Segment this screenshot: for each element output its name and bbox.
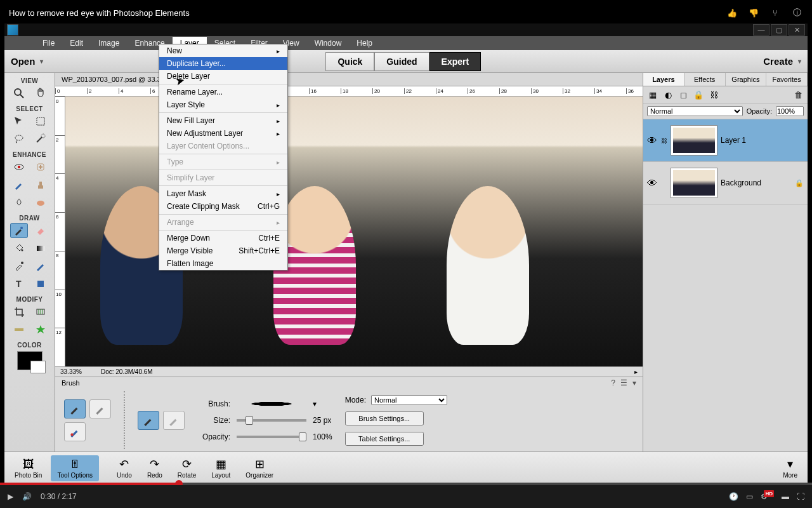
zoom-tool[interactable] (10, 86, 28, 101)
menu-new-fill-layer[interactable]: New Fill Layer (159, 114, 287, 127)
rotate-button[interactable]: ⟳Rotate (171, 455, 202, 481)
more-button[interactable]: ▾More (776, 455, 804, 481)
sponge-tool[interactable] (32, 195, 49, 210)
photo-bin-button[interactable]: 🖼Photo Bin (8, 455, 48, 481)
layer-opacity-input[interactable] (776, 106, 804, 116)
shape-tool[interactable] (32, 276, 49, 291)
play-button[interactable]: ▶ (8, 492, 13, 501)
menu-file[interactable]: File (35, 37, 62, 50)
collapse-icon[interactable]: ▾ (632, 378, 636, 387)
thumbs-down-icon[interactable]: 👎 (747, 6, 760, 19)
visibility-icon[interactable]: 👁 (647, 178, 657, 188)
help-icon[interactable]: ? (611, 378, 615, 387)
eraser-tool[interactable] (32, 223, 49, 238)
adjustment-layer-icon[interactable]: ◐ (662, 89, 674, 100)
smart-brush-tool[interactable] (10, 177, 28, 192)
menu-help[interactable]: Help (349, 37, 380, 50)
gradient-tool[interactable] (32, 241, 49, 256)
color-swatches[interactable] (17, 351, 43, 370)
document-tab[interactable]: WP_20130703_007.psd @ 33.3% (Layer 1, RG… (55, 73, 643, 86)
brush-mode-airbrush[interactable] (163, 411, 185, 430)
create-button[interactable]: Create (763, 56, 801, 67)
cookie-cutter-tool[interactable] (32, 322, 49, 337)
brush-mode-paint[interactable] (138, 411, 159, 430)
tool-options-button[interactable]: 🎚Tool Options (51, 455, 99, 481)
panel-tab-effects[interactable]: Effects (684, 73, 726, 86)
mode-select[interactable]: Normal (371, 395, 447, 405)
brush-dropdown-icon[interactable]: ▾ (313, 399, 317, 408)
visibility-icon[interactable]: 👁 (647, 135, 657, 145)
panel-tab-layers[interactable]: Layers (643, 73, 684, 86)
menu-merge-down[interactable]: Merge DownCtrl+E (159, 232, 287, 244)
fullscreen-icon[interactable]: ⛶ (797, 492, 804, 501)
crop-tool[interactable] (10, 304, 28, 319)
layer-thumbnail[interactable] (671, 168, 717, 197)
link-icon[interactable]: ⛓ (661, 137, 667, 144)
lock-layer-icon[interactable]: 🔒 (693, 89, 704, 100)
brush-settings-button[interactable]: Brush Settings... (345, 411, 424, 425)
new-layer-icon[interactable]: ▦ (647, 89, 658, 100)
menu-layer-style[interactable]: Layer Style (159, 98, 287, 111)
menu-flatten-image[interactable]: Flatten Image (159, 257, 287, 270)
layer-name[interactable]: Background (721, 178, 761, 187)
panel-tab-graphics[interactable]: Graphics (726, 73, 767, 86)
share-icon[interactable]: ⑂ (769, 6, 782, 19)
menu-new[interactable]: New (159, 44, 287, 57)
layer-thumbnail[interactable] (671, 126, 717, 155)
layer-row[interactable]: 👁 Background 🔒 (643, 162, 808, 204)
paint-bucket-tool[interactable] (10, 241, 28, 256)
mode-quick[interactable]: Quick (325, 52, 374, 71)
layer-row[interactable]: 👁 ⛓ Layer 1 (643, 119, 808, 162)
spot-heal-tool[interactable] (32, 159, 49, 175)
maximize-button[interactable]: ▢ (771, 24, 787, 36)
menu-window[interactable]: Window (307, 37, 350, 50)
volume-icon[interactable]: 🔊 (22, 492, 32, 501)
blur-tool[interactable] (10, 195, 28, 210)
panel-tab-favorites[interactable]: Favorites (766, 73, 808, 86)
organizer-button[interactable]: ⊞Organizer (239, 455, 280, 481)
menu-new-adjustment-layer[interactable]: New Adjustment Layer (159, 127, 287, 140)
menu-image[interactable]: Image (91, 37, 127, 50)
eyedropper-tool[interactable] (10, 258, 28, 274)
brush-tool[interactable] (10, 223, 28, 238)
menu-layer-mask[interactable]: Layer Mask (159, 187, 287, 200)
opacity-slider[interactable] (237, 436, 306, 438)
thumbs-up-icon[interactable]: 👍 (726, 6, 738, 19)
recompose-tool[interactable] (32, 304, 49, 319)
layout-button[interactable]: ▦Layout (205, 455, 237, 481)
menu-edit[interactable]: Edit (62, 37, 91, 50)
theater-icon[interactable]: ▬ (782, 492, 789, 501)
menu-duplicate-layer[interactable]: Duplicate Layer... (159, 57, 287, 70)
undo-button[interactable]: ↶Undo (110, 455, 138, 481)
straighten-tool[interactable] (10, 322, 28, 337)
quick-select-tool[interactable] (32, 131, 49, 147)
blend-mode-select[interactable]: Normal (647, 106, 743, 116)
minimize-button[interactable]: — (753, 24, 769, 36)
canvas[interactable] (65, 97, 643, 366)
menu-rename-layer[interactable]: Rename Layer... (159, 86, 287, 98)
move-tool[interactable] (10, 114, 28, 129)
size-slider[interactable] (237, 419, 306, 422)
brush-variant-impressionist[interactable] (89, 399, 111, 418)
link-layers-icon[interactable]: ⛓ (708, 89, 719, 100)
type-tool[interactable]: T (10, 276, 28, 291)
open-button[interactable]: Open (11, 56, 43, 67)
info-icon[interactable]: ⓘ (790, 6, 803, 19)
hand-tool[interactable] (32, 86, 49, 101)
redo-button[interactable]: ↷Redo (141, 455, 169, 481)
redeye-tool[interactable] (10, 159, 28, 175)
menu-create-clipping-mask[interactable]: Create Clipping MaskCtrl+G (159, 200, 287, 213)
statusbar-arrow-icon[interactable]: ▸ (634, 368, 638, 375)
tablet-settings-button[interactable]: Tablet Settings... (345, 432, 424, 446)
watch-later-icon[interactable]: 🕐 (729, 492, 738, 501)
pencil-tool[interactable] (32, 258, 49, 274)
menu-delete-layer[interactable]: Delete Layer (159, 70, 287, 83)
close-button[interactable]: ✕ (789, 24, 805, 36)
mode-expert[interactable]: Expert (429, 52, 481, 71)
layer-mask-icon[interactable]: ◻ (678, 89, 689, 100)
brush-preview[interactable] (237, 399, 306, 408)
delete-layer-icon[interactable]: 🗑 (792, 89, 804, 100)
options-menu-icon[interactable]: ☰ (620, 378, 627, 387)
brush-variant-brush[interactable] (64, 399, 86, 418)
settings-icon[interactable]: ⚙HD (761, 492, 774, 501)
